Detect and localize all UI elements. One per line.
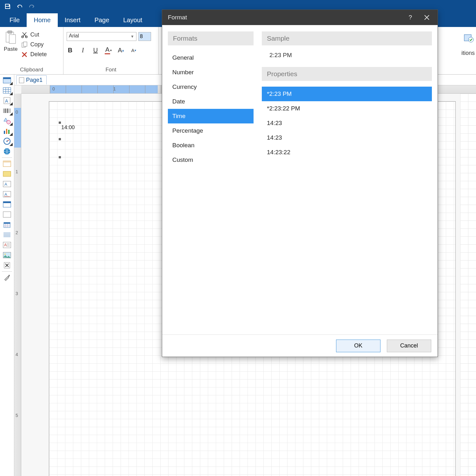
format-item-custom[interactable]: Custom <box>168 153 254 167</box>
format-item-date[interactable]: Date <box>168 94 254 109</box>
property-item-0[interactable]: *2:23 PM <box>262 87 432 101</box>
format-item-boolean[interactable]: Boolean <box>168 138 254 153</box>
close-icon[interactable] <box>422 12 432 23</box>
format-dialog: Format ? Formats GeneralNumberCurrencyDa… <box>162 10 438 357</box>
dialog-titlebar[interactable]: Format ? <box>162 10 438 25</box>
property-item-1[interactable]: *2:23:22 PM <box>262 101 432 116</box>
modal-overlay: Format ? Formats GeneralNumberCurrencyDa… <box>0 0 476 476</box>
properties-header: Properties <box>262 67 432 81</box>
dialog-title-text: Format <box>168 14 187 21</box>
help-icon[interactable]: ? <box>405 12 415 23</box>
formats-header: Formats <box>168 31 254 45</box>
property-item-2[interactable]: 14:23 <box>262 116 432 130</box>
format-item-percentage[interactable]: Percentage <box>168 123 254 138</box>
format-item-number[interactable]: Number <box>168 65 254 80</box>
sample-header: Sample <box>262 31 432 45</box>
sample-value: 2:23 PM <box>262 45 432 67</box>
formats-list: GeneralNumberCurrencyDateTimePercentageB… <box>168 50 254 167</box>
ok-button[interactable]: OK <box>336 340 380 352</box>
format-item-general[interactable]: General <box>168 50 254 65</box>
properties-list: *2:23 PM*2:23:22 PM14:2314:2314:23:22 <box>262 87 432 160</box>
format-item-currency[interactable]: Currency <box>168 80 254 94</box>
property-item-4[interactable]: 14:23:22 <box>262 145 432 160</box>
format-item-time[interactable]: Time <box>168 109 254 123</box>
cancel-button[interactable]: Cancel <box>387 340 431 352</box>
dialog-footer: OK Cancel <box>162 334 438 357</box>
property-item-3[interactable]: 14:23 <box>262 130 432 145</box>
